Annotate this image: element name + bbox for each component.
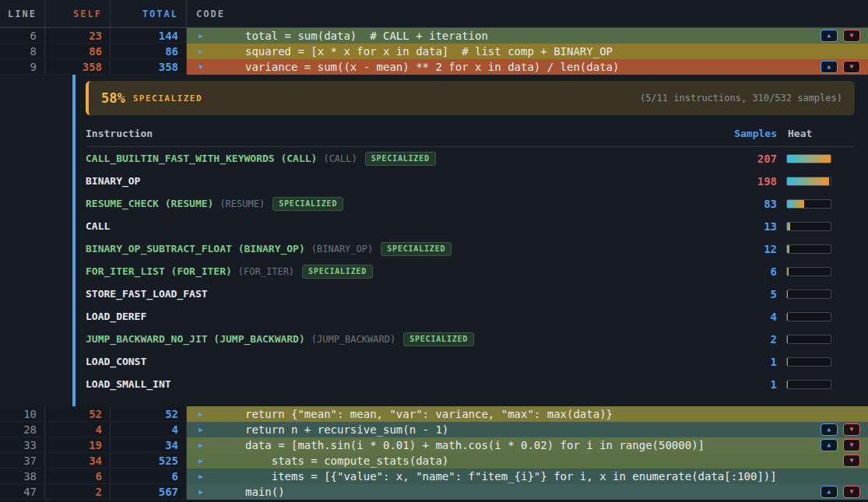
heat-bar-track: [786, 154, 831, 163]
self-samples: 4: [45, 422, 111, 437]
instruction-base-name: (FOR_ITER): [238, 266, 294, 277]
instruction-name-cell: RESUME_CHECK (RESUME) (RESUME) SPECIALIZ…: [86, 197, 684, 211]
expand-arrow-icon[interactable]: ▶: [197, 426, 205, 434]
code-cell: ▶ data = [math.sin(i * 0.01) + math.cos(…: [187, 437, 868, 453]
jump-up-button[interactable]: ▲: [821, 423, 838, 436]
line-number: 10: [0, 406, 45, 422]
column-header-instruction: Instruction: [86, 128, 684, 139]
instruction-row: LOAD_CONST 1: [86, 350, 855, 373]
bottom-code-rows: 10 52 52 ▶ return {"mean": mean, "var": …: [0, 406, 868, 500]
instruction-name-cell: CALL_BUILTIN_FAST_WITH_KEYWORDS (CALL) (…: [86, 152, 684, 166]
specialized-badge: SPECIALIZED: [381, 242, 452, 256]
code-cell: ▶ return {"mean": mean, "var": variance,…: [187, 406, 868, 422]
collapse-arrow-icon[interactable]: ▼: [197, 63, 205, 71]
heat-bar-fill: [787, 313, 788, 321]
code-cell: ▶ stats = compute_stats(data) ▼: [187, 453, 868, 469]
jump-up-button[interactable]: ▲: [821, 439, 838, 451]
code-cell: ▶ return n + recursive_sum(n - 1) ▲▼: [187, 422, 868, 437]
instruction-row: STORE_FAST_LOAD_FAST 5: [86, 283, 855, 305]
instruction-heat-cell: [786, 357, 855, 367]
table-row: 10 52 52 ▶ return {"mean": mean, "var": …: [0, 406, 868, 422]
total-samples: 6: [111, 469, 187, 484]
instruction-heat-cell: [786, 154, 855, 163]
line-number: 37: [0, 453, 45, 469]
heat-bar-track: [786, 290, 831, 299]
instruction-base-name: (CALL): [323, 153, 357, 164]
code-text: return n + recursive_sum(n - 1): [245, 423, 448, 436]
instruction-name-cell: LOAD_CONST: [86, 356, 684, 367]
heat-bar-track: [786, 222, 831, 231]
heat-bar-fill: [787, 155, 831, 163]
code-cell: ▶ main() ▲▼: [187, 484, 868, 500]
expand-arrow-icon[interactable]: ▶: [197, 441, 205, 449]
instruction-row: FOR_ITER_LIST (FOR_ITER) (FOR_ITER) SPEC…: [86, 260, 855, 283]
line-number: 47: [0, 484, 45, 500]
jump-up-button[interactable]: ▲: [821, 486, 838, 498]
heat-bar-track: [786, 199, 831, 209]
instruction-samples: 83: [684, 198, 777, 210]
expand-arrow-icon[interactable]: ▶: [197, 47, 205, 55]
jump-down-button[interactable]: ▼: [843, 61, 860, 73]
instruction-samples: 1: [684, 378, 777, 391]
expand-arrow-icon[interactable]: ▶: [197, 472, 205, 480]
jump-down-button[interactable]: ▼: [843, 455, 860, 467]
instruction-row: LOAD_SMALL_INT 1: [86, 373, 855, 395]
instruction-samples: 207: [684, 153, 777, 165]
jump-down-button[interactable]: ▼: [843, 423, 860, 436]
instruction-heat-cell: [786, 222, 855, 231]
jump-buttons: ▲▼: [821, 423, 860, 436]
expand-arrow-icon[interactable]: ▶: [197, 410, 205, 418]
line-number: 9: [0, 59, 45, 75]
total-samples: 52: [111, 406, 187, 422]
code-text: return {"mean": mean, "var": variance, "…: [245, 408, 613, 420]
code-cell: ▶ items = [{"value": x, "name": f"item_{…: [187, 469, 868, 484]
instruction-name-cell: FOR_ITER_LIST (FOR_ITER) (FOR_ITER) SPEC…: [86, 265, 684, 279]
line-number: 8: [0, 44, 45, 59]
instruction-name: BINARY_OP: [86, 175, 140, 187]
jump-down-button[interactable]: ▼: [843, 439, 860, 451]
heat-bar-fill: [787, 358, 788, 366]
instruction-heat-cell: [786, 199, 855, 209]
self-samples: 86: [45, 44, 111, 59]
table-row: 47 2 567 ▶ main() ▲▼: [0, 484, 868, 500]
code-text: variance = sum((x - mean) ** 2 for x in …: [245, 61, 619, 73]
specialized-summary: (5/11 instructions, 310/532 samples): [640, 93, 842, 104]
heat-bar-fill: [787, 335, 788, 343]
instruction-name: BINARY_OP_SUBTRACT_FLOAT (BINARY_OP): [86, 243, 305, 255]
instruction-name-cell: STORE_FAST_LOAD_FAST: [86, 288, 684, 300]
instruction-row: RESUME_CHECK (RESUME) (RESUME) SPECIALIZ…: [86, 192, 855, 215]
total-samples: 34: [111, 437, 187, 453]
jump-down-button[interactable]: ▼: [843, 30, 860, 42]
expand-arrow-icon[interactable]: ▶: [197, 457, 205, 465]
instruction-name: RESUME_CHECK (RESUME): [86, 198, 213, 209]
instruction-heat-cell: [786, 335, 855, 344]
instruction-heat-cell: [786, 267, 855, 276]
jump-down-button[interactable]: ▼: [843, 486, 860, 498]
table-header: LINE SELF TOTAL CODE: [0, 0, 868, 28]
table-row: 8 86 86 ▶ squared = [x * x for x in data…: [0, 44, 868, 59]
expand-arrow-icon[interactable]: ▶: [197, 488, 205, 496]
instruction-name-cell: CALL: [86, 220, 684, 232]
line-number: 33: [0, 437, 45, 453]
instruction-name: CALL_BUILTIN_FAST_WITH_KEYWORDS (CALL): [86, 153, 317, 164]
instruction-name-cell: JUMP_BACKWARD_NO_JIT (JUMP_BACKWARD) (JU…: [86, 332, 684, 346]
instruction-samples: 13: [684, 220, 777, 233]
heat-bar-fill: [787, 177, 829, 185]
instruction-table-header: Instruction Samples Heat: [86, 125, 855, 142]
jump-up-button[interactable]: ▲: [821, 61, 838, 73]
self-samples: 52: [45, 406, 111, 422]
instruction-heat-cell: [786, 312, 855, 321]
jump-up-button[interactable]: ▲: [821, 30, 838, 42]
line-number: 28: [0, 422, 45, 437]
expand-arrow-icon[interactable]: ▶: [197, 32, 205, 40]
instruction-name: CALL: [86, 220, 110, 232]
instruction-row: BINARY_OP 198: [86, 170, 855, 192]
jump-buttons: ▲▼: [821, 61, 860, 73]
self-samples: 358: [45, 59, 111, 75]
instruction-name: FOR_ITER_LIST (FOR_ITER): [86, 265, 232, 277]
instruction-samples: 12: [684, 243, 777, 255]
heat-bar-fill: [787, 290, 788, 298]
heat-bar-track: [786, 380, 831, 389]
instruction-name-cell: BINARY_OP: [86, 175, 684, 187]
table-row: 28 4 4 ▶ return n + recursive_sum(n - 1)…: [0, 422, 868, 437]
